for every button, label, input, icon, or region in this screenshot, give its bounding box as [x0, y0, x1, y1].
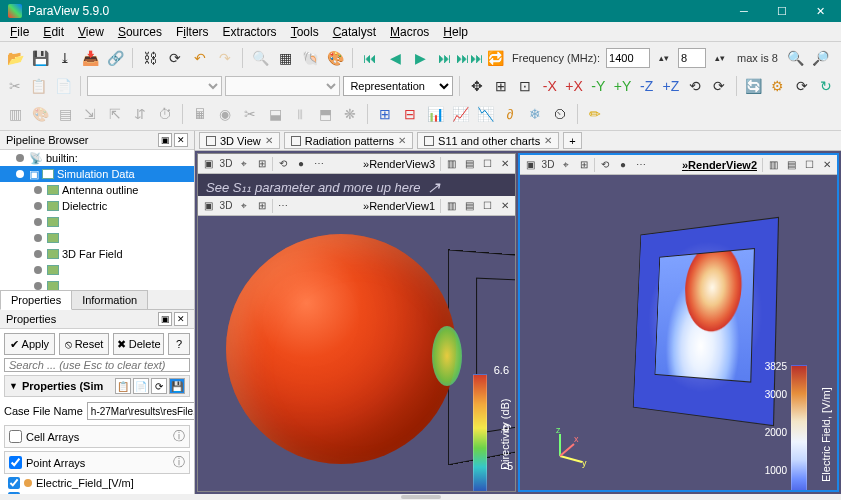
redo-icon[interactable]: ↷: [214, 47, 236, 69]
view-tab-add[interactable]: +: [563, 132, 581, 149]
view-tab-radiation[interactable]: Radiation patterns✕: [284, 132, 413, 149]
vp-sel-icon[interactable]: ⊞: [254, 198, 270, 214]
case-file-input[interactable]: [87, 402, 194, 420]
rotate-90-icon[interactable]: ⟲: [685, 75, 706, 97]
view-tab-s11[interactable]: S11 and other charts✕: [417, 132, 559, 149]
vp-more-icon[interactable]: ⋯: [275, 198, 291, 214]
save-props-icon[interactable]: 💾: [169, 378, 185, 394]
paste-props-icon[interactable]: 📄: [133, 378, 149, 394]
max-view-icon[interactable]: ☐: [479, 198, 495, 214]
tree-node-builtin[interactable]: 📡builtin:: [0, 150, 194, 166]
clip-icon[interactable]: ✂: [239, 103, 261, 125]
vp-sel-icon[interactable]: ⊞: [576, 157, 592, 173]
vp-box-icon[interactable]: ▣: [200, 156, 216, 172]
vp-more-icon[interactable]: ⋯: [633, 157, 649, 173]
menu-edit[interactable]: Edit: [37, 23, 70, 41]
vp-r-icon[interactable]: ⟲: [275, 156, 291, 172]
representation-select[interactable]: Representation: [343, 76, 453, 96]
colorbar-left[interactable]: [473, 374, 487, 491]
rescale-visible-icon[interactable]: ⇵: [129, 103, 151, 125]
reset-button[interactable]: ⦸ Reset: [59, 333, 110, 355]
reset-camera-icon[interactable]: ✥: [466, 75, 487, 97]
vp-box-icon[interactable]: ▣: [200, 198, 216, 214]
temporal-icon[interactable]: ⏲: [549, 103, 571, 125]
cell-arrays-header[interactable]: Cell Arraysⓘ: [4, 425, 190, 448]
tree-node-empty2[interactable]: [0, 230, 194, 246]
set-y-pos-icon[interactable]: +Y: [612, 75, 633, 97]
cut-icon[interactable]: ✂: [4, 75, 25, 97]
close-view-icon[interactable]: ✕: [497, 156, 513, 172]
select-points-icon[interactable]: ⊞: [374, 103, 396, 125]
copy-icon[interactable]: 📋: [28, 75, 49, 97]
reset-props-icon[interactable]: ⟳: [151, 378, 167, 394]
rescale-temporal-icon[interactable]: ⏱: [154, 103, 176, 125]
step-input[interactable]: [678, 48, 706, 68]
component-select[interactable]: [225, 76, 341, 96]
tab-properties[interactable]: Properties: [0, 290, 72, 310]
split-h-icon[interactable]: ▥: [765, 157, 781, 173]
save-screenshot-icon[interactable]: ⤓: [54, 47, 76, 69]
set-y-neg-icon[interactable]: -Y: [588, 75, 609, 97]
reset-closest-icon[interactable]: ⊡: [515, 75, 536, 97]
set-z-pos-icon[interactable]: +Z: [660, 75, 681, 97]
vp-sel-icon[interactable]: ⊞: [254, 156, 270, 172]
menu-macros[interactable]: Macros: [384, 23, 435, 41]
point-arrays-header[interactable]: Point Arraysⓘ: [4, 451, 190, 474]
help-button[interactable]: ?: [168, 333, 190, 355]
menu-filters[interactable]: Filters: [170, 23, 215, 41]
pipeline-tree[interactable]: 📡builtin: ▣Simulation Data Antenna outli…: [0, 150, 194, 290]
rescale-range-icon[interactable]: ⇲: [79, 103, 101, 125]
extract-icon[interactable]: ⬒: [314, 103, 336, 125]
contour-icon[interactable]: ◉: [214, 103, 236, 125]
menu-extractors[interactable]: Extractors: [217, 23, 283, 41]
array-row[interactable]: Electric_Field_[V/m]: [4, 477, 190, 489]
last-frame-icon[interactable]: ⏭⏭: [459, 47, 481, 69]
delete-button[interactable]: ✖ Delete: [113, 333, 164, 355]
vp-pick-icon[interactable]: ⌖: [236, 156, 252, 172]
split-h-icon[interactable]: ▥: [443, 156, 459, 172]
vp-box-icon[interactable]: ▣: [522, 157, 538, 173]
view-tab-3d[interactable]: 3D View✕: [199, 132, 280, 149]
viewport-canvas-left[interactable]: See S₁₁ parameter and more up here↗ ▣3D⌖…: [198, 174, 515, 491]
vp-r-icon[interactable]: ⟲: [597, 157, 613, 173]
close-props-icon[interactable]: ✕: [174, 312, 188, 326]
tree-node-empty4[interactable]: [0, 278, 194, 290]
zoom-extent-icon[interactable]: 🔎: [809, 47, 831, 69]
step-icon[interactable]: ▴▾: [709, 47, 731, 69]
tree-node-simulation-data[interactable]: ▣Simulation Data: [0, 166, 194, 182]
vp-3d-icon[interactable]: 3D: [218, 198, 234, 214]
max-view-icon[interactable]: ☐: [479, 156, 495, 172]
rescale-custom-icon[interactable]: ⇱: [104, 103, 126, 125]
show-colorbar-icon[interactable]: ▥: [4, 103, 26, 125]
vp-3d-icon[interactable]: 3D: [218, 156, 234, 172]
dock-props-icon[interactable]: ▣: [158, 312, 172, 326]
close-panel-icon[interactable]: ✕: [174, 133, 188, 147]
props-section-header[interactable]: ▼Properties (Sim 📋 📄 ⟳ 💾: [4, 375, 190, 397]
tab-information[interactable]: Information: [71, 290, 148, 309]
minimize-button[interactable]: ─: [725, 0, 763, 22]
maximize-button[interactable]: ☐: [763, 0, 801, 22]
separate-colormap-icon[interactable]: ▤: [54, 103, 76, 125]
calculator-icon[interactable]: 🖩: [189, 103, 211, 125]
open-icon[interactable]: 📂: [4, 47, 26, 69]
save-extract-icon[interactable]: 📥: [79, 47, 101, 69]
loop-icon[interactable]: 🔁: [484, 47, 506, 69]
split-v-icon[interactable]: ▤: [461, 198, 477, 214]
zoom-icon[interactable]: 🔍: [784, 47, 806, 69]
vp-pt-icon[interactable]: ●: [615, 157, 631, 173]
vp-more-icon[interactable]: ⋯: [311, 156, 327, 172]
glyph-icon[interactable]: ❋: [339, 103, 361, 125]
tree-node-empty1[interactable]: [0, 214, 194, 230]
python-shell-icon[interactable]: 🐚: [299, 47, 321, 69]
vp-pick-icon[interactable]: ⌖: [236, 198, 252, 214]
vp-pt-icon[interactable]: ●: [293, 156, 309, 172]
rotate-90cw-icon[interactable]: ⟳: [709, 75, 730, 97]
max-view-icon[interactable]: ☐: [801, 157, 817, 173]
paste-icon[interactable]: 📄: [53, 75, 74, 97]
tree-node-antenna[interactable]: Antenna outline: [0, 182, 194, 198]
set-x-pos-icon[interactable]: +X: [563, 75, 584, 97]
auto-apply-icon[interactable]: ▦: [274, 47, 296, 69]
record-icon[interactable]: 🎨: [324, 47, 346, 69]
save-data-icon[interactable]: 💾: [29, 47, 51, 69]
close-button[interactable]: ✕: [801, 0, 839, 22]
